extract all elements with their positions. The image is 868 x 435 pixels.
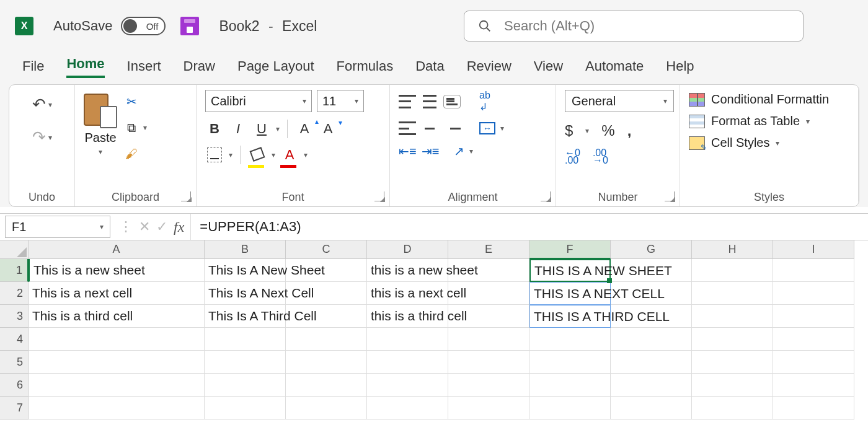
tab-review[interactable]: Review (467, 58, 512, 78)
name-box[interactable]: F1 ▾ (5, 216, 110, 238)
align-top-button[interactable] (399, 95, 416, 108)
align-right-button[interactable] (443, 121, 461, 135)
row-header-7[interactable]: 7 (0, 397, 29, 420)
paste-button[interactable]: Paste ▾ (84, 90, 117, 156)
row-header-6[interactable]: 6 (0, 374, 29, 397)
tab-formulas[interactable]: Formulas (337, 58, 394, 78)
cell-b1[interactable]: This Is A New Sheet (205, 259, 286, 282)
cell-i2[interactable] (773, 282, 854, 305)
cell-i5[interactable] (773, 351, 854, 374)
format-painter-icon[interactable]: 🖌 (123, 146, 140, 162)
chevron-down-icon[interactable]: ▾ (469, 147, 473, 156)
cell-i6[interactable] (773, 374, 854, 397)
cell-i3[interactable] (773, 305, 854, 328)
col-header-f[interactable]: F (529, 240, 611, 259)
col-header-i[interactable]: I (773, 240, 854, 259)
cell-b7[interactable] (205, 397, 286, 420)
cell-b6[interactable] (205, 374, 286, 397)
doc-name[interactable]: Book2 (219, 18, 259, 34)
row-header-5[interactable]: 5 (0, 351, 29, 374)
cell-e5[interactable] (448, 351, 529, 374)
underline-button[interactable]: U (252, 120, 271, 138)
cell-e1[interactable] (448, 259, 529, 282)
dots-icon[interactable]: ⋮ (119, 219, 133, 235)
cell-i4[interactable] (773, 328, 854, 351)
copy-icon[interactable]: ⧉ (123, 120, 140, 136)
tab-home[interactable]: Home (66, 56, 104, 78)
cell-c4[interactable] (286, 328, 367, 351)
cell-b5[interactable] (205, 351, 286, 374)
row-header-2[interactable]: 2 (0, 282, 29, 305)
cancel-icon[interactable]: ✕ (139, 219, 150, 235)
decrease-indent-button[interactable]: ⇤≡ (399, 144, 417, 159)
align-bottom-button[interactable] (443, 95, 461, 108)
cell-d5[interactable] (367, 351, 448, 374)
col-header-d[interactable]: D (367, 240, 448, 259)
row-header-3[interactable]: 3 (0, 305, 29, 328)
chevron-down-icon[interactable]: ▾ (272, 151, 275, 159)
align-center-button[interactable] (421, 121, 438, 135)
fill-color-button[interactable] (248, 146, 267, 164)
alignment-launcher[interactable] (541, 191, 551, 201)
cell-a3[interactable]: This is a third cell (29, 305, 205, 328)
cell-b4[interactable] (205, 328, 286, 351)
increase-decimal-button[interactable]: ←0.00 (565, 149, 580, 164)
col-header-g[interactable]: G (611, 240, 692, 259)
cell-g6[interactable] (611, 374, 692, 397)
font-size-combo[interactable]: 11▾ (317, 90, 364, 112)
cell-i7[interactable] (773, 397, 854, 420)
chevron-down-icon[interactable]: ▾ (100, 222, 104, 231)
cell-a4[interactable] (29, 328, 205, 351)
cell-e7[interactable] (448, 397, 529, 420)
cut-icon[interactable]: ✂ (123, 94, 140, 110)
comma-button[interactable]: , (627, 122, 632, 139)
tab-data[interactable]: Data (415, 58, 444, 78)
cell-h7[interactable] (692, 397, 773, 420)
select-all-corner[interactable] (0, 240, 29, 259)
tab-help[interactable]: Help (666, 58, 694, 78)
cell-g5[interactable] (611, 351, 692, 374)
autosave-toggle[interactable]: Off (121, 17, 166, 35)
insert-function-icon[interactable]: fx (174, 219, 184, 235)
save-icon[interactable] (180, 17, 199, 35)
bold-button[interactable]: B (205, 120, 224, 138)
borders-button[interactable] (205, 146, 224, 164)
cell-h6[interactable] (692, 374, 773, 397)
decrease-font-button[interactable]: A▾ (319, 120, 337, 138)
font-launcher[interactable] (374, 191, 384, 201)
col-header-b[interactable]: B (205, 240, 286, 259)
cell-d1[interactable]: this is a new sheet (367, 259, 448, 282)
cell-h5[interactable] (692, 351, 773, 374)
cell-e2[interactable] (448, 282, 529, 305)
cell-f3[interactable]: THIS IS A THIRD CELL (529, 305, 611, 328)
cell-a7[interactable] (29, 397, 205, 420)
cell-c3[interactable] (286, 305, 367, 328)
cell-d6[interactable] (367, 374, 448, 397)
enter-icon[interactable]: ✓ (156, 219, 167, 235)
cell-i1[interactable] (773, 259, 854, 282)
cell-h3[interactable] (692, 305, 773, 328)
tab-view[interactable]: View (534, 58, 563, 78)
tab-insert[interactable]: Insert (127, 58, 161, 78)
cell-c1[interactable] (286, 259, 367, 282)
col-header-h[interactable]: H (692, 240, 773, 259)
cell-f4[interactable] (529, 328, 611, 351)
cell-d2[interactable]: this is a next cell (367, 282, 448, 305)
number-format-combo[interactable]: General▾ (565, 90, 674, 112)
cell-d7[interactable] (367, 397, 448, 420)
chevron-down-icon[interactable]: ▾ (143, 123, 147, 132)
col-header-e[interactable]: E (448, 240, 529, 259)
cell-g4[interactable] (611, 328, 692, 351)
tab-page-layout[interactable]: Page Layout (237, 58, 314, 78)
italic-button[interactable]: I (229, 120, 247, 138)
cell-d4[interactable] (367, 328, 448, 351)
row-header-1[interactable]: 1 (0, 259, 29, 282)
cell-h4[interactable] (692, 328, 773, 351)
orientation-button[interactable]: ↗ (454, 144, 464, 159)
tab-automate[interactable]: Automate (585, 58, 644, 78)
cell-a5[interactable] (29, 351, 205, 374)
redo-button[interactable]: ↷▾ (32, 128, 52, 147)
align-left-button[interactable] (399, 121, 416, 135)
cell-a1[interactable]: This is a new sheet (29, 259, 205, 282)
cell-c6[interactable] (286, 374, 367, 397)
